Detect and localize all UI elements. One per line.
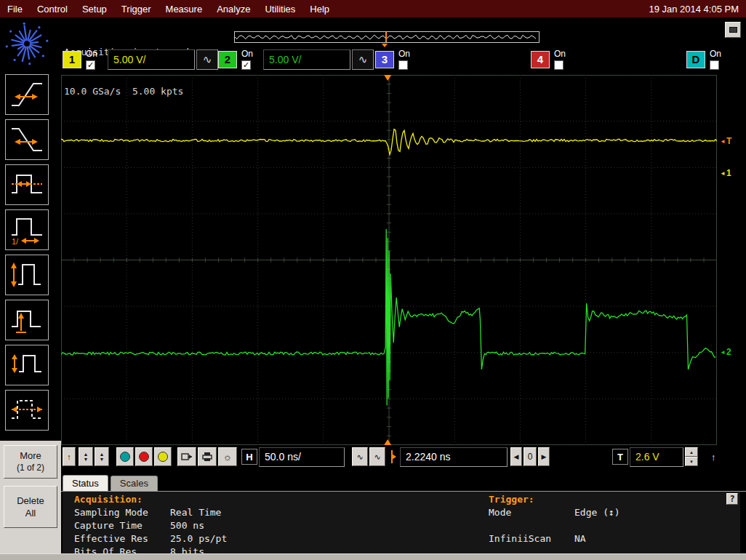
channel1-reference-marker[interactable]: ◄ 1 bbox=[720, 168, 731, 178]
menu-analyze[interactable]: Analyze bbox=[209, 4, 257, 15]
acquisition-preview-bar[interactable] bbox=[234, 31, 540, 43]
digital-channel-button[interactable]: D bbox=[686, 51, 705, 68]
channel1-on-checkbox[interactable]: ✓ bbox=[86, 60, 95, 70]
channel1-coupling-icon[interactable]: ∿ bbox=[196, 49, 218, 70]
marker-teal-button[interactable] bbox=[116, 447, 134, 466]
channel2-controls: 2 On ✓ 5.00 V/ ∿ bbox=[218, 46, 374, 73]
channel2-on-checkbox[interactable]: ✓ bbox=[241, 60, 251, 70]
channel2-marker-label: 2 bbox=[726, 347, 731, 357]
channel2-scale-dropdown[interactable]: 5.00 V/ bbox=[263, 49, 350, 70]
channel4-controls: 4 On bbox=[531, 46, 573, 73]
trigger-level-dropdown[interactable]: 2.6 V bbox=[630, 447, 683, 467]
acquisition-rows: Sampling ModeReal TimeCapture Time500 ns… bbox=[74, 492, 365, 553]
tab-status[interactable]: Status bbox=[63, 475, 108, 492]
trigger-stat-row: InfiniiScanNA bbox=[489, 533, 586, 544]
trigger-time-marker-top[interactable] bbox=[384, 75, 391, 81]
channel1-scale-dropdown[interactable]: 5.00 V/ bbox=[108, 49, 195, 70]
export-button[interactable] bbox=[177, 447, 196, 466]
channel4-on-checkbox[interactable] bbox=[554, 60, 563, 70]
marker-red-button[interactable] bbox=[135, 447, 153, 466]
channel3-on-checkbox[interactable] bbox=[398, 60, 408, 70]
channel2-coupling-icon[interactable]: ∿ bbox=[352, 49, 374, 70]
channel2-reference-marker[interactable]: ◄ 2 bbox=[720, 347, 731, 357]
touch-up-button[interactable]: ↑ bbox=[63, 447, 76, 466]
acquisition-stat-row: Sampling ModeReal Time bbox=[74, 507, 221, 518]
delete-all-label-2: All bbox=[25, 507, 36, 519]
print-button[interactable] bbox=[198, 447, 217, 466]
pulse-width-icon bbox=[10, 169, 44, 200]
measure-maximum-button[interactable] bbox=[5, 300, 49, 340]
status-panel: Acquisition: Sampling ModeReal TimeCaptu… bbox=[63, 492, 740, 553]
measure-peak-to-peak-button[interactable] bbox=[5, 255, 49, 295]
nudge-up-down-button-1[interactable]: ▲▼ bbox=[79, 447, 93, 466]
measure-average-button[interactable] bbox=[5, 390, 49, 431]
marker-yellow-button[interactable] bbox=[154, 447, 172, 466]
channel4-button[interactable]: 4 bbox=[531, 51, 550, 68]
channel1-marker-label: 1 bbox=[726, 168, 731, 178]
left-arrow-icon: ◄ bbox=[720, 170, 726, 177]
horizontal-search-button[interactable]: ∿ bbox=[369, 447, 385, 466]
delete-all-button[interactable]: Delete All bbox=[4, 486, 57, 528]
measure-pulse-width-button[interactable] bbox=[5, 164, 49, 205]
channel1-button[interactable]: 1 bbox=[63, 51, 81, 68]
peak-to-peak-icon bbox=[10, 260, 44, 290]
right-marker-gutter: ◄ T ◄ 1 ◄ 2 bbox=[718, 75, 746, 445]
channel2-button[interactable]: 2 bbox=[218, 51, 237, 68]
trigger-menu-button[interactable]: T bbox=[612, 449, 628, 465]
sine-zoom-icon: ∿ bbox=[356, 452, 363, 462]
menu-trigger[interactable]: Trigger bbox=[114, 4, 159, 15]
menu-control[interactable]: Control bbox=[30, 4, 75, 15]
menu-file[interactable]: File bbox=[0, 4, 30, 15]
more-label: More bbox=[20, 450, 41, 462]
trigger-marker-label: T bbox=[726, 136, 731, 146]
acquisition-stat-row: Capture Time500 ns bbox=[74, 520, 204, 531]
channel3-button[interactable]: 3 bbox=[375, 51, 394, 68]
trigger-level-down-button[interactable]: ▼ bbox=[685, 457, 698, 466]
time-reference-icon bbox=[388, 449, 397, 464]
digital-channel-controls: D On bbox=[686, 46, 729, 73]
trigger-level-marker[interactable]: ◄ T bbox=[720, 136, 731, 146]
trigger-time-marker-bottom[interactable] bbox=[384, 439, 391, 445]
more-measurements-button[interactable]: More (1 of 2) bbox=[4, 445, 57, 479]
trigger-level-up-button[interactable]: ▲ bbox=[685, 447, 698, 457]
menu-setup[interactable]: Setup bbox=[75, 4, 114, 15]
trigger-rows: ModeEdge (↕)InfiniiScanNA bbox=[489, 492, 729, 553]
delay-zero-button[interactable]: 0 bbox=[524, 447, 537, 466]
nudge-up-down-button-2[interactable]: ▲▼ bbox=[95, 447, 109, 466]
help-button[interactable]: ? bbox=[726, 493, 738, 505]
time-reference-button[interactable] bbox=[387, 447, 398, 466]
timebase-dropdown[interactable]: 50.0 ns/ bbox=[259, 447, 345, 467]
menu-measure[interactable]: Measure bbox=[159, 4, 210, 15]
fall-time-icon bbox=[10, 124, 44, 155]
yellow-circle-icon bbox=[158, 452, 168, 462]
delay-left-button[interactable]: ◀ bbox=[510, 447, 522, 466]
measure-frequency-button[interactable]: 1/ bbox=[5, 209, 49, 250]
menu-items: FileControlSetupTriggerMeasureAnalyzeUti… bbox=[0, 4, 337, 15]
channel1-controls: 1 On ✓ 5.00 V/ ∿ bbox=[63, 46, 218, 73]
channel4-on-label: On bbox=[554, 49, 566, 59]
svg-text:1/: 1/ bbox=[12, 237, 19, 245]
minimize-button[interactable] bbox=[725, 22, 741, 38]
measure-amplitude-button[interactable] bbox=[5, 345, 49, 385]
printer-icon bbox=[201, 452, 213, 462]
waveform-display[interactable] bbox=[61, 75, 717, 445]
minimize-icon bbox=[729, 27, 737, 33]
digital-on-checkbox[interactable] bbox=[710, 60, 719, 70]
delay-time-input[interactable]: 2.2240 ns bbox=[400, 447, 508, 467]
measure-rise-time-button[interactable] bbox=[5, 74, 49, 115]
measure-fall-time-button[interactable] bbox=[5, 119, 49, 160]
menu-utilities[interactable]: Utilities bbox=[257, 4, 302, 15]
horizontal-menu-button[interactable]: H bbox=[241, 449, 257, 465]
delete-all-label-1: Delete bbox=[17, 495, 44, 507]
horizontal-zoom-button[interactable]: ∿ bbox=[352, 447, 368, 466]
info-tabs: Status Scales bbox=[63, 473, 160, 492]
display-brightness-button[interactable]: ☼ bbox=[218, 447, 237, 466]
horizontal-control-bar: ↑ ▲▼ ▲▼ ☼ H 50.0 ns/ ∿ ∿ bbox=[61, 446, 746, 468]
tab-scales[interactable]: Scales bbox=[111, 476, 158, 492]
frequency-icon: 1/ bbox=[10, 215, 44, 245]
left-arrow-icon: ◄ bbox=[720, 349, 726, 356]
delay-right-button[interactable]: ▶ bbox=[538, 447, 550, 466]
acquisition-stat-row: Effective Res25.0 ps/pt bbox=[74, 533, 227, 544]
trigger-slope-icon: ↑ bbox=[711, 452, 716, 463]
menu-help[interactable]: Help bbox=[302, 4, 337, 15]
